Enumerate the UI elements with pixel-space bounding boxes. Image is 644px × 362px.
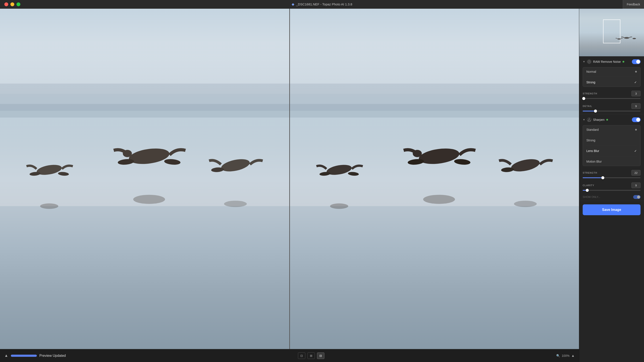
sharpen-chevron-icon: ▼ xyxy=(583,118,585,121)
feedback-button[interactable]: Feedback xyxy=(623,0,644,9)
raw-chevron-icon: ▼ xyxy=(583,60,585,63)
image-bg-right xyxy=(290,9,579,349)
sharpen-strong-label: Strong xyxy=(586,139,595,142)
sharpen-clarity-row: CLARITY 9 xyxy=(583,183,640,188)
maximize-button[interactable] xyxy=(16,2,20,6)
raw-toggle[interactable] xyxy=(632,59,640,64)
raw-option-normal[interactable]: Normal xyxy=(583,67,640,76)
sharpen-toggle[interactable] xyxy=(632,117,640,122)
section-header-left: ▼ RAW Remove Noise xyxy=(583,59,630,64)
svg-point-25 xyxy=(624,37,629,39)
split-view-button[interactable]: ⊞ xyxy=(308,353,315,359)
sharpen-option-strong[interactable]: Strong xyxy=(583,136,640,145)
sharpen-divider-2 xyxy=(586,145,637,146)
svg-point-17 xyxy=(454,158,470,165)
image-bg-left xyxy=(0,9,289,349)
raw-detail-row: DETAIL 9 xyxy=(583,103,640,109)
svg-point-11 xyxy=(224,201,247,207)
sharpen-strength-fill xyxy=(583,177,603,178)
raw-detail-thumb[interactable] xyxy=(594,110,597,113)
raw-strength-thumb[interactable] xyxy=(582,97,585,100)
raw-normal-dot xyxy=(635,71,637,72)
sharpen-dropdown-menu: Standard Strong Lens Blur ✓ Motion Blur xyxy=(583,125,640,166)
sharpen-option-lens-blur[interactable]: Lens Blur ✓ xyxy=(583,147,640,155)
app-icon: ◆ xyxy=(292,2,294,6)
bottom-center: ⊡ ⊞ ⊟ xyxy=(298,353,324,359)
sharpen-standard-dot xyxy=(635,129,637,131)
svg-point-3 xyxy=(128,146,170,166)
show-more-row: SHOW ONLY... xyxy=(579,193,644,201)
zoom-expand-button[interactable]: ▲ xyxy=(571,354,575,358)
svg-point-23 xyxy=(514,201,537,207)
compare-view-button[interactable]: ⊟ xyxy=(317,353,324,359)
svg-point-15 xyxy=(418,146,460,166)
sharpen-header[interactable]: ▼ Sharpen xyxy=(579,114,644,125)
raw-status-dot xyxy=(622,61,624,62)
sharpen-status-dot xyxy=(606,119,608,121)
svg-point-6 xyxy=(123,150,132,157)
raw-strength-row: STRENGTH 3 xyxy=(583,91,640,96)
titlebar: ◆ _DSC1681.NEF - Topaz Photo AI 1.3.8 Fe… xyxy=(0,0,644,9)
sharpen-clarity-slider-section: CLARITY 9 xyxy=(579,181,644,193)
sharpen-clarity-track[interactable] xyxy=(583,190,640,191)
raw-detail-value[interactable]: 9 xyxy=(632,103,640,109)
preview-updated-text: Preview Updated xyxy=(40,354,66,358)
sharpen-section-icon xyxy=(587,118,591,122)
canvas-area: ▲ Preview Updated ⊡ ⊞ ⊟ 🔍 100% ▲ xyxy=(0,9,579,362)
raw-option-strong[interactable]: Strong ✓ xyxy=(583,78,640,87)
window-controls xyxy=(4,2,20,6)
show-more-label: SHOW ONLY... xyxy=(583,196,600,199)
thumbnail-birds xyxy=(615,33,636,44)
sharpen-option-motion-blur[interactable]: Motion Blur xyxy=(583,157,640,166)
sharpen-standard-label: Standard xyxy=(586,128,599,131)
bottom-toolbar: ▲ Preview Updated ⊡ ⊞ ⊟ 🔍 100% ▲ xyxy=(0,349,579,362)
image-panel-after[interactable] xyxy=(290,9,579,349)
sharpen-header-left: ▼ Sharpen xyxy=(583,118,630,122)
sharpen-section-title: Sharpen xyxy=(593,118,604,121)
svg-point-14 xyxy=(348,171,359,176)
raw-strength-value[interactable]: 3 xyxy=(632,91,640,96)
raw-strength-track[interactable] xyxy=(583,98,640,99)
birds-svg-left xyxy=(0,111,289,247)
svg-point-22 xyxy=(423,195,455,204)
raw-dropdown-menu: Normal Strong ✓ xyxy=(583,67,640,87)
svg-point-9 xyxy=(40,203,58,209)
svg-marker-29 xyxy=(588,118,590,121)
raw-strong-label: Strong xyxy=(586,80,595,84)
expand-button[interactable]: ▲ xyxy=(4,353,8,358)
sharpen-strength-label: STRENGTH xyxy=(583,171,597,174)
sharpen-strength-value[interactable]: 22 xyxy=(632,170,640,176)
sharpen-clarity-thumb[interactable] xyxy=(586,189,589,192)
main-layout: ▲ Preview Updated ⊡ ⊞ ⊟ 🔍 100% ▲ xyxy=(0,9,644,362)
image-panel-before[interactable] xyxy=(0,9,290,349)
sharpen-strength-track[interactable] xyxy=(583,177,640,178)
minimize-button[interactable] xyxy=(10,2,14,6)
sharpen-option-standard[interactable]: Standard xyxy=(583,125,640,134)
svg-point-2 xyxy=(58,171,69,176)
raw-section-title: RAW Remove Noise xyxy=(593,60,621,63)
raw-detail-track[interactable] xyxy=(583,111,640,111)
sharpen-motion-blur-label: Motion Blur xyxy=(586,160,602,163)
bottom-right: 🔍 100% ▲ xyxy=(556,354,575,358)
save-image-button[interactable]: Save Image xyxy=(583,204,640,215)
progress-bar xyxy=(11,355,37,357)
sharpen-strength-row: STRENGTH 22 xyxy=(583,170,640,176)
raw-strength-slider-section: STRENGTH 3 xyxy=(579,89,644,101)
sharpen-lens-blur-check: ✓ xyxy=(634,149,637,153)
svg-point-24 xyxy=(617,38,621,40)
right-panel: ▼ RAW Remove Noise Normal xyxy=(579,9,644,362)
sharpen-divider-3 xyxy=(586,156,637,156)
raw-detail-fill xyxy=(583,111,596,111)
svg-point-28 xyxy=(589,61,590,62)
sharpen-clarity-label: CLARITY xyxy=(583,184,594,187)
single-view-button[interactable]: ⊡ xyxy=(298,353,305,359)
raw-normal-label: Normal xyxy=(586,70,596,73)
raw-remove-noise-header[interactable]: ▼ RAW Remove Noise xyxy=(579,56,644,67)
svg-point-26 xyxy=(632,38,636,39)
sharpen-strength-thumb[interactable] xyxy=(601,176,604,179)
sharpen-clarity-value[interactable]: 9 xyxy=(632,183,640,188)
close-button[interactable] xyxy=(4,2,8,6)
raw-detail-label: DETAIL xyxy=(583,105,592,107)
show-only-toggle[interactable] xyxy=(633,195,640,199)
raw-section-icon xyxy=(587,59,591,64)
